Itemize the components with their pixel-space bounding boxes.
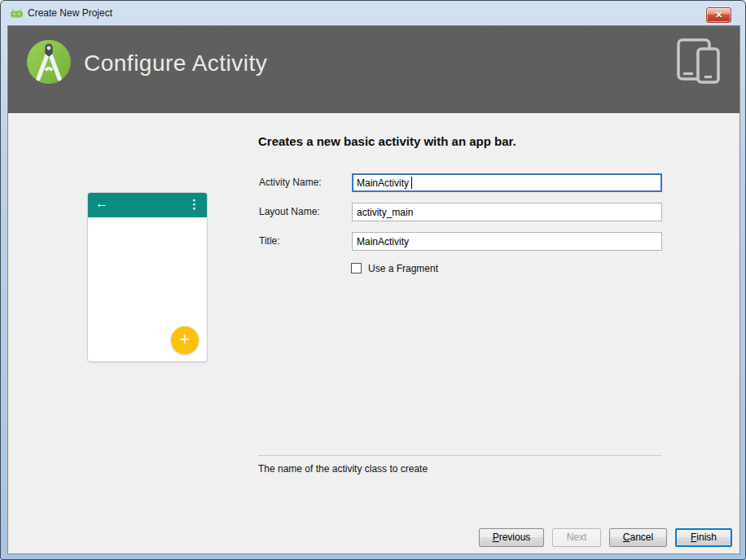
finish-label: inish <box>696 532 717 543</box>
overflow-menu-icon: ⋮ <box>188 197 200 212</box>
wizard-dialog: Configure Activity Creates a new basic a… <box>7 25 740 554</box>
cancel-button[interactable]: Cancel <box>609 528 667 547</box>
fab-plus-icon: + <box>171 326 199 354</box>
field-helper-text: The name of the activity class to create <box>258 463 428 475</box>
use-fragment-checkbox[interactable] <box>351 263 362 273</box>
activity-name-input[interactable] <box>352 173 662 192</box>
preview-appbar: ← ⋮ <box>88 193 207 217</box>
layout-name-input[interactable] <box>352 203 662 221</box>
previous-mnemonic: P <box>493 532 499 543</box>
title-input[interactable] <box>352 232 662 251</box>
wizard-step-title: Configure Activity <box>84 50 267 77</box>
wizard-button-bar: Previous Next Cancel Finish <box>479 528 732 547</box>
titlebar[interactable]: Create New Project ✕ <box>1 1 745 25</box>
phone-tablet-icon <box>673 37 726 87</box>
previous-button[interactable]: Previous <box>479 528 544 547</box>
activity-name-field-wrap <box>352 173 662 192</box>
create-new-project-window: Create New Project ✕ <box>0 0 746 560</box>
title-label: Title: <box>259 232 280 251</box>
back-arrow-icon: ← <box>95 196 108 211</box>
activity-preview-thumbnail: ← ⋮ + <box>88 193 207 361</box>
template-description-heading: Creates a new basic activity with an app… <box>258 134 516 148</box>
cancel-label: ancel <box>630 532 653 543</box>
previous-label: revious <box>499 532 531 543</box>
wizard-header: Configure Activity <box>8 26 739 113</box>
android-studio-logo-icon <box>25 38 72 85</box>
window-title: Create New Project <box>28 1 112 25</box>
layout-name-label: Layout Name: <box>259 203 320 221</box>
title-field-wrap <box>352 232 662 251</box>
activity-name-label: Activity Name: <box>259 173 322 192</box>
close-button[interactable]: ✕ <box>706 7 731 23</box>
text-caret <box>411 177 412 189</box>
window-frame: Create New Project ✕ <box>0 0 746 560</box>
finish-button[interactable]: Finish <box>675 528 732 547</box>
next-button: Next <box>552 528 601 547</box>
close-icon: ✕ <box>715 10 722 20</box>
use-fragment-label[interactable]: Use a Fragment <box>368 263 438 274</box>
next-label: Next <box>567 532 587 543</box>
helper-divider <box>258 455 661 456</box>
layout-name-field-wrap <box>352 203 662 221</box>
plus-glyph: + <box>180 329 191 349</box>
android-icon <box>10 8 24 19</box>
